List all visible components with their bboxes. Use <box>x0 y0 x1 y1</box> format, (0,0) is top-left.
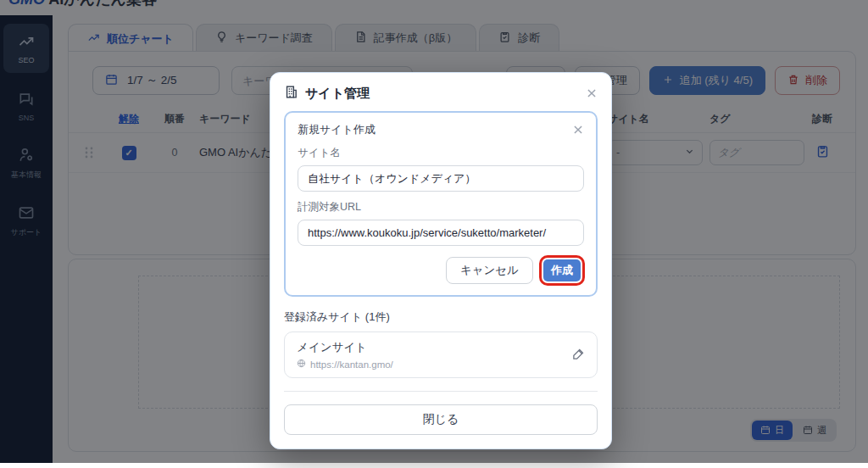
site-name-label: サイト名 <box>298 146 584 160</box>
new-site-header: 新規サイト作成 <box>298 122 584 137</box>
globe-icon <box>297 359 306 370</box>
modal-close-icon[interactable] <box>586 87 598 99</box>
modal-header: サイト管理 <box>284 85 598 102</box>
modal-close-button[interactable]: 閉じる <box>284 404 598 435</box>
target-url-field[interactable] <box>298 220 584 246</box>
pencil-icon <box>572 348 585 363</box>
new-site-form: 新規サイト作成 サイト名 計測対象URL キャンセル 作成 <box>284 111 598 297</box>
modal-title: サイト管理 <box>305 86 370 102</box>
registered-sites-heading: 登録済みサイト (1件) <box>284 309 598 325</box>
new-site-heading: 新規サイト作成 <box>298 122 376 137</box>
registered-site-url-row: https://kantan.gmo/ <box>297 359 393 370</box>
edit-site-icon[interactable] <box>572 348 585 363</box>
registered-site-info: メインサイト https://kantan.gmo/ <box>297 340 393 370</box>
url-label: 計測対象URL <box>298 200 584 214</box>
registered-site-title: メインサイト <box>297 340 393 355</box>
form-actions: キャンセル 作成 <box>298 257 584 284</box>
site-management-modal: サイト管理 新規サイト作成 サイト名 計測対象URL キャンセル 作成 登録済み… <box>270 72 612 449</box>
registered-site-url: https://kantan.gmo/ <box>310 359 393 370</box>
create-button[interactable]: 作成 <box>543 259 581 281</box>
form-close-icon[interactable] <box>572 124 584 136</box>
modal-divider <box>284 391 598 392</box>
registered-site-card: メインサイト https://kantan.gmo/ <box>284 332 598 378</box>
site-name-field[interactable] <box>298 165 584 192</box>
building-icon <box>284 85 298 102</box>
modal-title-group: サイト管理 <box>284 85 370 102</box>
cancel-button[interactable]: キャンセル <box>446 257 533 284</box>
